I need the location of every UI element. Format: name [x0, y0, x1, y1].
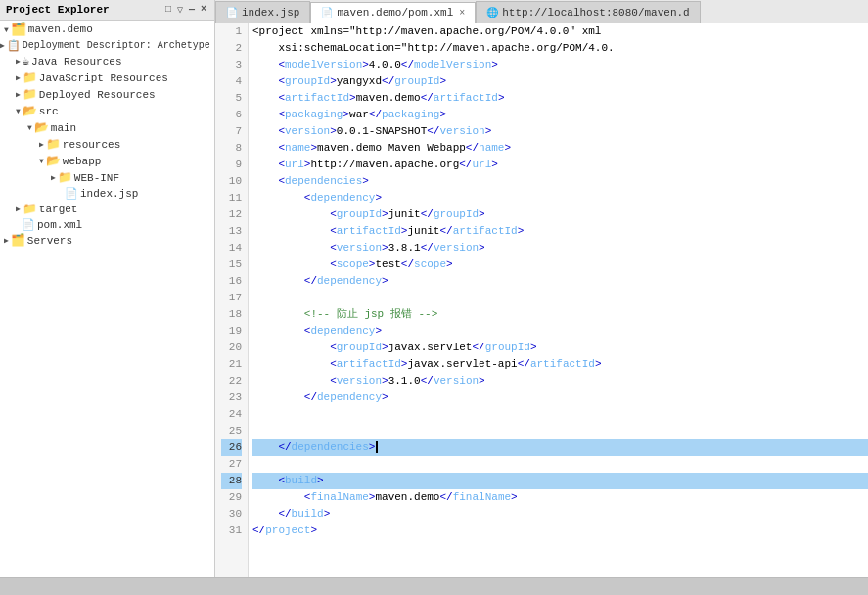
tree-label-js: JavaScript Resources: [39, 72, 168, 84]
line-number-14: 14: [221, 240, 242, 256]
tree-item-main[interactable]: ▼ 📂 main: [0, 119, 214, 136]
arrow-webinf: ▶: [51, 173, 56, 182]
content-area: Project Explorer □ ▽ — × ▼ 🗂️ maven.demo: [0, 0, 868, 577]
java-icon: ☕: [23, 54, 29, 69]
line-number-13: 13: [221, 223, 242, 240]
tab-close-pom[interactable]: ×: [459, 8, 465, 19]
explorer-icon-2[interactable]: ▽: [175, 3, 185, 17]
line-number-23: 23: [221, 389, 242, 406]
js-icon: 📁: [23, 70, 37, 85]
code-line-26[interactable]: </dependencies>: [252, 439, 868, 456]
code-line-19[interactable]: <dependency>: [252, 323, 868, 340]
code-line-27[interactable]: [252, 456, 868, 473]
code-line-10[interactable]: <dependencies>: [252, 173, 868, 190]
line-number-20: 20: [221, 340, 242, 356]
tree-item-resources[interactable]: ▶ 📁 resources: [0, 136, 214, 153]
code-container[interactable]: 1234567891011121314151617181920212223242…: [215, 23, 868, 577]
code-line-31[interactable]: </project>: [252, 523, 868, 539]
explorer-close-icon[interactable]: ×: [199, 3, 208, 17]
code-line-21[interactable]: <artifactId>javax.servlet-api</artifactI…: [252, 356, 868, 373]
line-number-9: 9: [221, 157, 242, 173]
tree-item-webapp[interactable]: ▼ 📂 webapp: [0, 153, 214, 169]
tab-icon-jsp: 📄: [226, 7, 238, 19]
tab-icon-web: 🌐: [486, 7, 498, 19]
code-line-18[interactable]: <!-- 防止 jsp 报错 -->: [252, 306, 868, 323]
tree-item-java-resources[interactable]: ▶ ☕ Java Resources: [0, 53, 214, 69]
code-line-4[interactable]: <groupId>yangyxd</groupId>: [252, 73, 868, 90]
line-number-16: 16: [221, 273, 242, 290]
tree-item-maven-demo[interactable]: ▼ 🗂️ maven.demo: [0, 21, 214, 38]
tree-item-index-jsp[interactable]: 📄 index.jsp: [0, 186, 214, 201]
line-number-28: 28: [221, 473, 242, 489]
tab-label-index-jsp: index.jsp: [242, 7, 299, 19]
servers-icon: 🗂️: [11, 233, 25, 248]
tree-item-deployment-descriptor[interactable]: ▶ 📋 Deployment Descriptor: Archetype Cre…: [0, 38, 214, 53]
explorer-icon-3[interactable]: —: [187, 3, 197, 17]
tree-label-deployed: Deployed Resources: [39, 89, 156, 101]
tree-label-deployment: Deployment Descriptor: Archetype Created…: [23, 40, 214, 51]
target-icon: 📁: [23, 202, 37, 216]
webinf-icon: 📁: [58, 170, 72, 185]
tab-index-jsp[interactable]: 📄 index.jsp: [215, 1, 310, 23]
line-number-15: 15: [221, 256, 242, 273]
code-line-24[interactable]: [252, 406, 868, 423]
line-number-12: 12: [221, 206, 242, 223]
tree-label-java: Java Resources: [31, 56, 121, 68]
code-line-25[interactable]: [252, 423, 868, 439]
line-number-29: 29: [221, 489, 242, 506]
code-line-15[interactable]: <scope>test</scope>: [252, 256, 868, 273]
main-container: Project Explorer □ ▽ — × ▼ 🗂️ maven.demo: [0, 0, 868, 595]
code-line-14[interactable]: <version>3.8.1</version>: [252, 240, 868, 256]
explorer-icon-1[interactable]: □: [163, 3, 173, 17]
line-number-6: 6: [221, 107, 242, 123]
src-icon: 📂: [23, 104, 37, 118]
code-line-1[interactable]: <project xmlns="http://maven.apache.org/…: [252, 23, 868, 40]
resources-icon: 📁: [46, 137, 61, 152]
code-line-20[interactable]: <groupId>javax.servlet</groupId>: [252, 340, 868, 356]
arrow-webapp: ▼: [39, 157, 44, 165]
tree-label-index-jsp: index.jsp: [80, 188, 138, 200]
tree-item-pom-xml[interactable]: 📄 pom.xml: [0, 217, 214, 232]
line-number-22: 22: [221, 373, 242, 389]
code-line-28[interactable]: <build>: [252, 473, 868, 489]
tree-item-deployed-resources[interactable]: ▶ 📁 Deployed Resources: [0, 86, 214, 103]
code-line-13[interactable]: <artifactId>junit</artifactId>: [252, 223, 868, 240]
code-line-17[interactable]: [252, 290, 868, 306]
arrow-main: ▼: [27, 123, 32, 132]
line-number-2: 2: [221, 40, 242, 57]
code-line-11[interactable]: <dependency>: [252, 190, 868, 206]
code-line-2[interactable]: xsi:schemaLocation="http://maven.apache.…: [252, 40, 868, 57]
arrow-java: ▶: [16, 57, 21, 66]
tree-label-target: target: [39, 204, 78, 215]
code-lines[interactable]: <project xmlns="http://maven.apache.org/…: [249, 23, 868, 577]
line-number-19: 19: [221, 323, 242, 340]
tree-item-src[interactable]: ▼ 📂 src: [0, 103, 214, 119]
line-number-24: 24: [221, 406, 242, 423]
tree-label-maven-demo: maven.demo: [28, 23, 93, 35]
tab-icon-pom: 📄: [321, 7, 333, 19]
code-line-12[interactable]: <groupId>junit</groupId>: [252, 206, 868, 223]
tab-web[interactable]: 🌐 http://localhost:8080/maven.d: [476, 1, 700, 23]
line-number-31: 31: [221, 523, 242, 539]
tree-item-web-inf[interactable]: ▶ 📁 WEB-INF: [0, 169, 214, 186]
code-line-6[interactable]: <packaging>war</packaging>: [252, 107, 868, 123]
code-line-7[interactable]: <version>0.0.1-SNAPSHOT</version>: [252, 123, 868, 140]
code-line-23[interactable]: </dependency>: [252, 389, 868, 406]
code-line-16[interactable]: </dependency>: [252, 273, 868, 290]
project-icon: 🗂️: [11, 22, 26, 37]
code-line-30[interactable]: </build>: [252, 506, 868, 523]
code-line-22[interactable]: <version>3.1.0</version>: [252, 373, 868, 389]
line-number-3: 3: [221, 57, 242, 73]
code-line-29[interactable]: <finalName>maven.demo</finalName>: [252, 489, 868, 506]
code-line-8[interactable]: <name>maven.demo Maven Webapp</name>: [252, 140, 868, 157]
code-line-9[interactable]: <url>http://maven.apache.org</url>: [252, 157, 868, 173]
tree-item-javascript-resources[interactable]: ▶ 📁 JavaScript Resources: [0, 69, 214, 86]
code-line-3[interactable]: <modelVersion>4.0.0</modelVersion>: [252, 57, 868, 73]
tree-item-servers[interactable]: ▶ 🗂️ Servers: [0, 232, 214, 249]
tab-pom-xml[interactable]: 📄 maven.demo/pom.xml ×: [310, 2, 476, 23]
line-number-18: 18: [221, 306, 242, 323]
tree-item-target[interactable]: ▶ 📁 target: [0, 201, 214, 217]
line-number-5: 5: [221, 90, 242, 107]
code-line-5[interactable]: <artifactId>maven.demo</artifactId>: [252, 90, 868, 107]
explorer-header: Project Explorer □ ▽ — ×: [0, 0, 214, 21]
